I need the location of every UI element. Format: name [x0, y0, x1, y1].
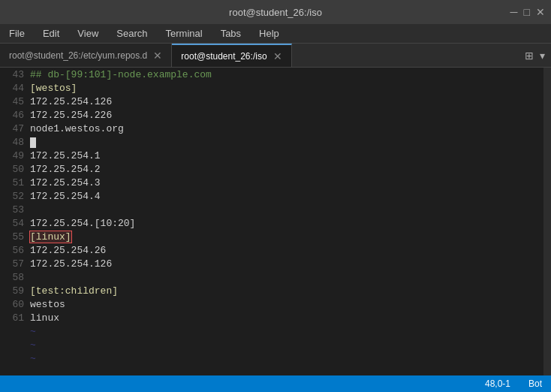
close-button[interactable]: ✕	[536, 6, 545, 18]
line-59: 59 [test:children]	[0, 285, 543, 299]
tab-1[interactable]: root@student_26:/etc/yum.repos.d ✕	[0, 44, 172, 67]
line-num-54: 54	[3, 218, 24, 229]
menu-bar: File Edit View Search Terminal Tabs Help	[0, 24, 551, 44]
line-60: 60 westos	[0, 299, 543, 312]
line-56: 56 172.25.254.26	[0, 245, 543, 258]
tilde-2-content: ~	[30, 339, 36, 351]
window-controls[interactable]: ─ □ ✕	[510, 6, 545, 18]
line-content-57: 172.25.254.126	[30, 258, 112, 270]
line-num-49: 49	[3, 150, 24, 161]
line-num-44: 44	[3, 83, 24, 94]
line-content-45: 172.25.254.126	[30, 96, 112, 107]
editor-area[interactable]: 43 ## db-[99:101]-node.example.com 44 [w…	[0, 68, 543, 375]
window-title: root@student_26:/iso	[229, 7, 322, 18]
cursor-position: 48,0-1	[485, 378, 510, 389]
line-num-57: 57	[3, 258, 24, 270]
line-57: 57 172.25.254.126	[0, 258, 543, 272]
line-content-44: [westos]	[30, 83, 77, 94]
menu-edit[interactable]: Edit	[40, 26, 62, 41]
tab-new-icon[interactable]: ⊞	[525, 50, 534, 62]
line-num-55: 55	[3, 231, 24, 243]
line-51: 51 172.25.254.3	[0, 177, 543, 191]
terminal-content: 43 ## db-[99:101]-node.example.com 44 [w…	[0, 68, 551, 375]
line-content-61: linux	[30, 312, 59, 324]
line-num-48: 48	[3, 137, 24, 148]
tab-bar: root@student_26:/etc/yum.repos.d ✕ root@…	[0, 44, 551, 68]
line-num-46: 46	[3, 110, 24, 121]
line-54: 54 172.25.254.[10:20]	[0, 218, 543, 231]
line-num-43: 43	[3, 69, 24, 80]
minimize-button[interactable]: ─	[510, 6, 518, 18]
cursor	[30, 137, 36, 148]
line-52: 52 172.25.254.4	[0, 191, 543, 204]
line-num-59: 59	[3, 285, 24, 297]
line-content-52: 172.25.254.4	[30, 191, 101, 202]
tilde-3: ~	[0, 353, 543, 366]
line-content-60: westos	[30, 299, 65, 310]
line-content-47: node1.westos.org	[30, 123, 124, 134]
line-content-54: 172.25.254.[10:20]	[30, 218, 135, 229]
tab-dropdown-icon[interactable]: ▾	[540, 50, 545, 62]
scroll-position: Bot	[528, 378, 542, 389]
tilde-1: ~	[0, 326, 543, 339]
line-55: 55 [linux]	[0, 231, 543, 245]
line-num-58: 58	[3, 272, 24, 283]
tilde-3-content: ~	[30, 353, 36, 364]
title-bar: root@student_26:/iso ─ □ ✕	[0, 0, 551, 24]
line-num-53: 53	[3, 204, 24, 216]
line-num-50: 50	[3, 164, 24, 175]
line-47: 47 node1.westos.org	[0, 123, 543, 137]
status-bar: 48,0-1 Bot	[0, 375, 551, 392]
line-45: 45 172.25.254.126	[0, 96, 543, 110]
tab-2-close[interactable]: ✕	[273, 50, 282, 62]
line-50: 50 172.25.254.2	[0, 164, 543, 177]
line-48: 48	[0, 137, 543, 150]
line-num-45: 45	[3, 96, 24, 107]
line-49: 49 172.25.254.1	[0, 150, 543, 164]
line-content-46: 172.25.254.226	[30, 110, 112, 121]
line-num-61: 61	[3, 312, 24, 324]
line-content-59: [test:children]	[30, 285, 118, 297]
line-num-52: 52	[3, 191, 24, 202]
menu-tabs[interactable]: Tabs	[218, 26, 244, 41]
menu-search[interactable]: Search	[113, 26, 150, 41]
line-content-49: 172.25.254.1	[30, 150, 101, 161]
line-content-48	[30, 137, 36, 148]
line-num-47: 47	[3, 123, 24, 134]
menu-view[interactable]: View	[74, 26, 101, 41]
tab-2[interactable]: root@student_26:/iso ✕	[172, 44, 292, 67]
line-num-60: 60	[3, 299, 24, 310]
tab-1-close[interactable]: ✕	[153, 50, 162, 62]
line-content-43: ## db-[99:101]-node.example.com	[30, 69, 212, 80]
tab-extras: ⊞ ▾	[525, 44, 551, 67]
line-61: 61 linux	[0, 312, 543, 326]
tilde-2: ~	[0, 339, 543, 353]
line-53: 53	[0, 204, 543, 218]
line-content-50: 172.25.254.2	[30, 164, 101, 175]
menu-help[interactable]: Help	[256, 26, 282, 41]
tab-1-label: root@student_26:/etc/yum.repos.d	[9, 50, 147, 61]
line-num-56: 56	[3, 245, 24, 256]
tab-2-label: root@student_26:/iso	[181, 51, 266, 62]
line-58: 58	[0, 272, 543, 285]
line-content-51: 172.25.254.3	[30, 177, 101, 188]
tilde-1-content: ~	[30, 326, 36, 337]
line-content-56: 172.25.254.26	[30, 245, 106, 256]
line-44: 44 [westos]	[0, 83, 543, 96]
line-num-51: 51	[3, 177, 24, 188]
menu-file[interactable]: File	[6, 26, 28, 41]
line-43: 43 ## db-[99:101]-node.example.com	[0, 69, 543, 83]
scrollbar[interactable]	[543, 68, 551, 375]
maximize-button[interactable]: □	[524, 6, 530, 18]
line-46: 46 172.25.254.226	[0, 110, 543, 123]
line-content-55: [linux]	[30, 231, 71, 243]
menu-terminal[interactable]: Terminal	[163, 26, 206, 41]
